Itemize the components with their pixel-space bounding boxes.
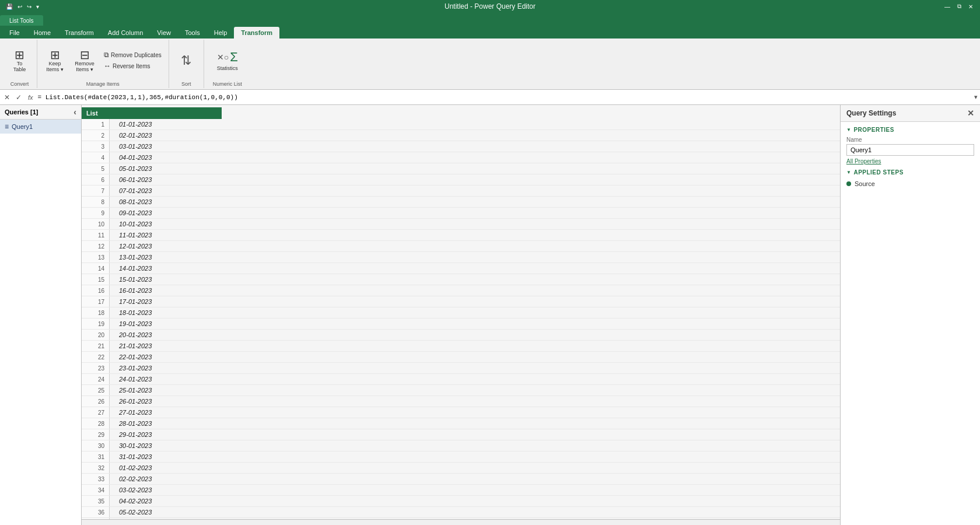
applied-steps-section: ▼ APPLIED STEPS — [841, 164, 980, 178]
row-value: 07-01-2023 — [110, 187, 152, 194]
title-left: 💾 ↩ ↪ ▾ — [5, 4, 40, 10]
sort-btn[interactable]: ⇅ — [176, 53, 197, 68]
query-item[interactable]: ≡ Query1 — [0, 120, 81, 134]
confirm-formula-btn[interactable]: ✓ — [14, 93, 23, 102]
sort-group-content: ⇅ — [176, 41, 197, 80]
remove-items-btn[interactable]: ⊟ RemoveItems ▾ — [70, 48, 99, 74]
to-table-icon: ⊞ — [15, 49, 24, 61]
tab-file[interactable]: File — [2, 27, 27, 38]
horizontal-scrollbar[interactable] — [82, 519, 840, 525]
row-number: 26 — [82, 396, 110, 407]
tab-help[interactable]: Help — [207, 27, 235, 38]
keep-items-btn[interactable]: ⊞ KeepItems ▾ — [42, 48, 68, 74]
query-settings-title: Query Settings — [846, 109, 896, 117]
row-value: 28-01-2023 — [110, 420, 152, 427]
table-row: 1515-01-2023 — [82, 274, 840, 285]
formula-bar: ✕ ✓ fx ▾ — [0, 90, 980, 105]
tab-view[interactable]: View — [150, 27, 178, 38]
all-properties-link[interactable]: All Properties — [841, 158, 980, 164]
row-value: 04-02-2023 — [110, 498, 152, 505]
table-row: 202-01-2023 — [82, 130, 840, 141]
tab-home[interactable]: Home — [27, 27, 58, 38]
row-number: 6 — [82, 174, 110, 185]
row-number: 36 — [82, 507, 110, 517]
tab-tools[interactable]: Tools — [178, 27, 207, 38]
ribbon-group-sort: ⇅ Sort — [169, 40, 204, 88]
list-tools-tab[interactable]: List Tools — [0, 15, 43, 26]
name-field: Name — [841, 135, 980, 158]
table-row: 909-01-2023 — [82, 208, 840, 219]
row-value: 11-01-2023 — [110, 232, 152, 239]
formula-dropdown-btn[interactable]: ▾ — [974, 93, 978, 101]
ribbon-group-manage: ⊞ KeepItems ▾ ⊟ RemoveItems ▾ ⧉ Remove D… — [37, 40, 169, 88]
row-value: 26-01-2023 — [110, 398, 152, 405]
table-row: 505-01-2023 — [82, 163, 840, 174]
row-number: 30 — [82, 440, 110, 451]
tab-transform-active[interactable]: Transform — [234, 27, 279, 38]
row-number: 7 — [82, 186, 110, 196]
redo-qa-btn[interactable]: ↪ — [26, 4, 33, 10]
row-value: 01-02-2023 — [110, 464, 152, 471]
row-value: 15-01-2023 — [110, 276, 152, 283]
row-value: 08-01-2023 — [110, 198, 152, 205]
row-number: 3 — [82, 141, 110, 152]
row-number: 37 — [82, 518, 110, 519]
query-settings-close-btn[interactable]: ✕ — [967, 108, 974, 118]
close-btn[interactable]: ✕ — [966, 2, 975, 11]
ribbon-tabs: File Home Transform Add Column View Tool… — [0, 26, 980, 38]
row-number: 15 — [82, 274, 110, 285]
list-header: List — [82, 107, 222, 119]
undo-qa-btn[interactable]: ↩ — [16, 4, 23, 10]
to-table-btn[interactable]: ⊞ ToTable — [9, 48, 30, 74]
table-row: 2626-01-2023 — [82, 396, 840, 407]
minimize-btn[interactable]: — — [943, 2, 952, 11]
tab-add-column[interactable]: Add Column — [101, 27, 150, 38]
reverse-items-btn[interactable]: ↔ Reverse Items — [102, 61, 164, 71]
save-qa-btn[interactable]: 💾 — [5, 4, 14, 10]
collapse-panel-btn[interactable]: ‹ — [74, 107, 76, 117]
data-table[interactable]: 101-01-2023202-01-2023303-01-2023404-01-… — [82, 119, 840, 519]
row-number: 13 — [82, 252, 110, 262]
row-number: 2 — [82, 130, 110, 141]
quick-access-toolbar: 💾 ↩ ↪ ▾ — [5, 4, 40, 10]
applied-steps-label: APPLIED STEPS — [853, 169, 903, 176]
applied-step-source[interactable]: Source — [841, 178, 980, 190]
cancel-formula-btn[interactable]: ✕ — [2, 93, 12, 102]
row-value: 22-01-2023 — [110, 354, 152, 360]
row-number: 11 — [82, 230, 110, 240]
row-value: 01-01-2023 — [110, 121, 152, 128]
table-scroll-wrapper: 101-01-2023202-01-2023303-01-2023404-01-… — [82, 119, 840, 519]
reverse-icon: ↔ — [104, 62, 111, 70]
numeric-list-label: Numeric List — [213, 80, 242, 87]
row-number: 17 — [82, 296, 110, 307]
row-value: 02-01-2023 — [110, 132, 152, 139]
manage-group-content: ⊞ KeepItems ▾ ⊟ RemoveItems ▾ ⧉ Remove D… — [42, 41, 164, 80]
keep-items-icon: ⊞ — [50, 49, 60, 61]
table-row: 3302-02-2023 — [82, 474, 840, 485]
dropdown-qa-btn[interactable]: ▾ — [35, 4, 40, 10]
name-input[interactable] — [846, 144, 974, 156]
remove-duplicates-btn[interactable]: ⧉ Remove Duplicates — [102, 50, 164, 60]
table-row: 101-01-2023 — [82, 119, 840, 130]
row-value: 03-02-2023 — [110, 487, 152, 494]
row-number: 1 — [82, 119, 110, 130]
table-row: 3030-01-2023 — [82, 440, 840, 452]
statistics-btn[interactable]: ✕○ Σ Statistics — [212, 48, 243, 72]
table-row: 2222-01-2023 — [82, 352, 840, 363]
table-row: 3605-02-2023 — [82, 507, 840, 518]
query-settings-header: Query Settings ✕ — [841, 105, 980, 122]
window-title: Untitled - Power Query Editor — [444, 2, 536, 10]
row-number: 27 — [82, 407, 110, 418]
row-number: 31 — [82, 452, 110, 462]
row-number: 4 — [82, 152, 110, 163]
remove-items-icon: ⊟ — [80, 49, 90, 61]
row-value: 29-01-2023 — [110, 431, 152, 438]
table-row: 3403-02-2023 — [82, 485, 840, 496]
tab-transform[interactable]: Transform — [58, 27, 101, 38]
formula-input[interactable] — [38, 94, 972, 101]
query-name: Query1 — [12, 123, 33, 130]
sigma-icon: Σ — [230, 50, 238, 65]
applied-steps-arrow: ▼ — [846, 170, 851, 175]
maximize-btn[interactable]: ⧉ — [954, 2, 964, 11]
row-value: 12-01-2023 — [110, 243, 152, 250]
